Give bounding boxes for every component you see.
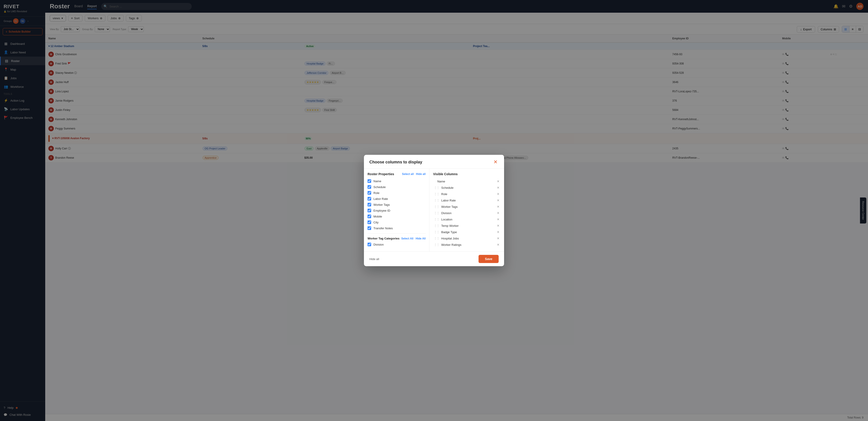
checkbox-role: Role xyxy=(368,190,426,196)
visible-col-label: Division xyxy=(441,212,495,215)
visible-col-label: Location xyxy=(441,218,495,221)
checkbox-input-name[interactable] xyxy=(368,179,371,183)
modal-title: Choose columns to display xyxy=(369,160,422,165)
checkbox-input-division[interactable] xyxy=(368,243,371,246)
visible-col-labor-rate: ⋮⋮ Labor Rate ✕ xyxy=(433,197,500,203)
visible-col-label: Name xyxy=(437,180,495,183)
checkbox-input-employee-id[interactable] xyxy=(368,209,371,212)
remove-col-division[interactable]: ✕ xyxy=(497,211,500,215)
drag-handle-badge-type[interactable]: ⋮⋮ xyxy=(434,230,439,233)
hide-all-link[interactable]: Hide all xyxy=(416,172,426,176)
visible-col-location: ⋮⋮ Location ✕ xyxy=(433,216,500,223)
save-button[interactable]: Save xyxy=(478,255,499,263)
drag-handle-temp-worker[interactable]: ⋮⋮ xyxy=(434,224,439,227)
checkbox-worker-tags: Worker Tags xyxy=(368,202,426,207)
drag-handle-hospital-jobs[interactable]: ⋮⋮ xyxy=(434,237,439,240)
visible-col-role: ⋮⋮ Role ✕ xyxy=(433,191,500,197)
checkbox-mobile: Mobile xyxy=(368,214,426,219)
checkbox-label-worker-tags: Worker Tags xyxy=(373,203,390,206)
visible-col-label: Worker Tags xyxy=(441,205,495,208)
remove-col-location[interactable]: ✕ xyxy=(497,218,500,221)
visible-col-label: Worker Ratings xyxy=(441,243,495,247)
remove-col-schedule[interactable]: ✕ xyxy=(497,186,500,190)
remove-col-role[interactable]: ✕ xyxy=(497,192,500,196)
modal-right-panel: Visible Columns Name ✕ ⋮⋮ Schedule ✕ ⋮⋮ … xyxy=(430,169,504,251)
checkbox-label-labor-rate: Labor Rate xyxy=(373,197,388,200)
checkbox-label-employee-id: Employee ID xyxy=(373,209,390,212)
remove-col-temp-worker[interactable]: ✕ xyxy=(497,224,500,227)
roster-properties-section: Roster Properties Select all Hide all xyxy=(368,172,426,176)
checkbox-input-mobile[interactable] xyxy=(368,215,371,218)
checkbox-input-role[interactable] xyxy=(368,191,371,195)
checkbox-label-city: City xyxy=(373,221,378,224)
checkbox-input-city[interactable] xyxy=(368,221,371,224)
tag-section-links: Select All Hide All xyxy=(401,237,426,240)
checkbox-label-role: Role xyxy=(373,191,379,195)
drag-handle-schedule[interactable]: ⋮⋮ xyxy=(434,186,439,189)
worker-tag-label: Worker Tag Categories xyxy=(368,237,399,240)
visible-columns-section-title: Visible Columns xyxy=(433,172,500,176)
drag-handle-name xyxy=(434,180,436,183)
checkbox-label-name: Name xyxy=(373,179,381,183)
remove-col-worker-tags[interactable]: ✕ xyxy=(497,205,500,208)
checkbox-labor-rate: Labor Rate xyxy=(368,196,426,202)
worker-tag-title: Worker Tag Categories Select All Hide Al… xyxy=(368,237,426,240)
drag-handle-division[interactable]: ⋮⋮ xyxy=(434,212,439,215)
worker-tag-section: Worker Tag Categories Select All Hide Al… xyxy=(368,237,426,247)
modal-close-button[interactable]: ✕ xyxy=(492,159,499,165)
remove-col-hospital-jobs[interactable]: ✕ xyxy=(497,236,500,240)
checkbox-label-mobile: Mobile xyxy=(373,215,382,218)
visible-col-hospital-jobs: ⋮⋮ Hospital Jobs ✕ xyxy=(433,235,500,242)
visible-col-schedule: ⋮⋮ Schedule ✕ xyxy=(433,185,500,191)
remove-col-badge-type[interactable]: ✕ xyxy=(497,230,500,234)
visible-columns-title: Visible Columns xyxy=(433,172,458,176)
hide-all-tags-link[interactable]: Hide All xyxy=(416,237,426,240)
columns-modal: Choose columns to display ✕ Roster Prope… xyxy=(364,155,504,266)
visible-col-label: Hospital Jobs xyxy=(441,237,495,240)
checkbox-label-transfer-notes: Transfer Notes xyxy=(373,227,393,230)
visible-col-worker-tags: ⋮⋮ Worker Tags ✕ xyxy=(433,203,500,210)
section-links: Select all Hide all xyxy=(402,172,426,176)
drag-handle-role[interactable]: ⋮⋮ xyxy=(434,192,439,196)
checkbox-name: Name xyxy=(368,178,426,184)
visible-col-temp-worker: ⋮⋮ Temp Worker ✕ xyxy=(433,223,500,229)
checkbox-label-schedule: Schedule xyxy=(373,186,385,189)
drag-handle-labor-rate[interactable]: ⋮⋮ xyxy=(434,199,439,202)
drag-handle-location[interactable]: ⋮⋮ xyxy=(434,218,439,221)
remove-col-worker-ratings[interactable]: ✕ xyxy=(497,243,500,247)
visible-col-badge-type: ⋮⋮ Badge Type ✕ xyxy=(433,229,500,235)
roster-properties-title: Roster Properties xyxy=(368,172,394,176)
visible-col-label: Temp Worker xyxy=(441,224,495,227)
checkbox-employee-id: Employee ID xyxy=(368,207,426,214)
modal-left-panel: Roster Properties Select all Hide all Na… xyxy=(364,169,430,251)
hide-all-footer-link[interactable]: Hide all xyxy=(369,257,379,261)
drag-handle-worker-ratings[interactable]: ⋮⋮ xyxy=(434,243,439,246)
visible-col-label: Labor Rate xyxy=(441,199,495,202)
modal-header: Choose columns to display ✕ xyxy=(364,155,504,169)
select-all-link[interactable]: Select all xyxy=(402,172,414,176)
modal-overlay: Choose columns to display ✕ Roster Prope… xyxy=(0,0,868,421)
visible-col-label: Role xyxy=(441,192,495,196)
visible-col-division: ⋮⋮ Division ✕ xyxy=(433,210,500,216)
visible-col-worker-ratings: ⋮⋮ Worker Ratings ✕ xyxy=(433,242,500,248)
visible-col-label: Schedule xyxy=(441,186,495,190)
checkbox-schedule: Schedule xyxy=(368,184,426,190)
checkbox-input-labor-rate[interactable] xyxy=(368,197,371,200)
checkbox-division: Division xyxy=(368,242,426,247)
checkbox-input-worker-tags[interactable] xyxy=(368,203,371,206)
remove-col-labor-rate[interactable]: ✕ xyxy=(497,198,500,202)
modal-footer: Hide all Save xyxy=(364,251,504,266)
modal-body: Roster Properties Select all Hide all Na… xyxy=(364,169,504,251)
drag-handle-worker-tags[interactable]: ⋮⋮ xyxy=(434,205,439,208)
checkbox-city: City xyxy=(368,219,426,225)
visible-col-label: Badge Type xyxy=(441,230,495,234)
checkbox-input-transfer-notes[interactable] xyxy=(368,226,371,230)
checkbox-label-division: Division xyxy=(373,243,384,246)
visible-col-name: Name ✕ xyxy=(433,178,500,185)
select-all-tags-link[interactable]: Select All xyxy=(401,237,413,240)
checkbox-input-schedule[interactable] xyxy=(368,185,371,189)
checkbox-transfer-notes: Transfer Notes xyxy=(368,225,426,231)
remove-col-name[interactable]: ✕ xyxy=(497,179,500,183)
